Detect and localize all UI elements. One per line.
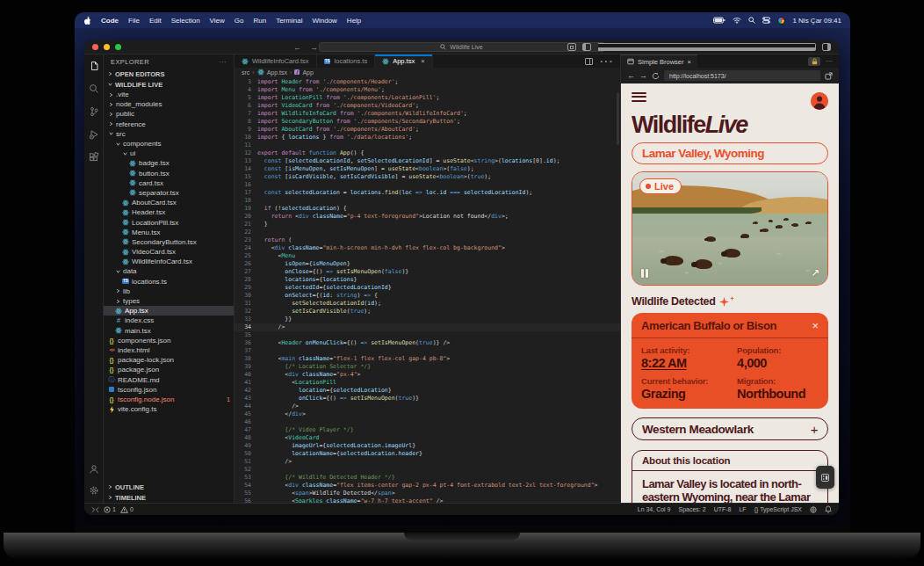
tree-item-VideoCard.tsx[interactable]: VideoCard.tsx [104,247,234,257]
avatar[interactable] [811,92,828,110]
menu-item-view[interactable]: View [210,17,225,25]
tab-App.tsx[interactable]: App.tsx× [375,54,432,68]
outline-section[interactable]: OUTLINE [104,482,234,492]
tree-item-WildlifeInfoCard.tsx[interactable]: WildlifeInfoCard.tsx [104,257,234,266]
hamburger-menu-icon[interactable] [632,92,646,104]
tree-item-locations.ts[interactable]: TSlocations.ts [104,277,234,287]
tree-item-separator.tsx[interactable]: separator.tsx [104,188,234,198]
command-center-search[interactable]: Wildlife Live [319,42,605,52]
browser-reload-icon[interactable] [652,72,660,80]
tree-item-reference[interactable]: reference [104,120,234,129]
tree-item-main.tsx[interactable]: main.tsx [104,326,234,336]
breadcrumb-item-App.tsx[interactable]: App.tsx [267,69,287,76]
open-editors-section[interactable]: OPEN EDITORS [104,69,234,79]
toggle-secondary-sidebar-icon[interactable] [822,43,831,51]
timeline-section[interactable]: TIMELINE [104,492,234,503]
tree-item-ui[interactable]: ui [104,149,234,158]
menu-item-file[interactable]: File [128,17,140,25]
tree-item-lib[interactable]: lib [104,287,234,296]
errors-indicator[interactable]: 1 [104,506,116,513]
close-browser-tab-icon[interactable]: × [688,58,691,66]
notifications-bell-icon[interactable] [825,505,832,513]
source-control-icon[interactable] [88,105,99,117]
open-external-icon[interactable] [825,72,833,80]
explorer-more-actions-icon[interactable]: ··· [219,58,227,66]
toggle-panel-icon[interactable] [597,43,816,51]
tree-item-LocationPill.tsx[interactable]: LocationPill.tsx [104,217,234,227]
browser-more-actions-icon[interactable]: ··· [826,57,833,65]
tab-locations.ts[interactable]: TSlocations.ts [317,54,376,68]
menu-item-terminal[interactable]: Terminal [276,17,302,25]
accounts-icon[interactable] [88,463,99,475]
status-lf[interactable]: LF [739,506,746,512]
tab-WildlifeInfoCard.tsx[interactable]: WildlifeInfoCard.tsx [235,54,317,68]
ports-icon[interactable] [810,506,817,513]
run-debug-icon[interactable] [88,128,99,140]
breadcrumb[interactable]: src›App.tsx›ƒApp [235,68,620,76]
menu-item-help[interactable]: Help [347,17,361,25]
browser-app-icon[interactable] [777,17,785,25]
warnings-indicator[interactable]: 0 [120,506,134,513]
floating-layout-button[interactable] [816,466,834,489]
tree-item-tsconfig.json[interactable]: tsconfig.json [104,385,234,395]
breadcrumb-item-src[interactable]: src [242,69,249,76]
tree-item-README.md[interactable]: ⓘREADME.md [104,374,234,384]
control-center-icon[interactable] [762,17,770,24]
tree-item-button.tsx[interactable]: button.tsx [104,169,234,178]
settings-gear-icon[interactable] [88,484,99,496]
spotlight-search-icon[interactable] [748,17,755,24]
tree-item-src[interactable]: src [104,129,234,139]
tree-item-components[interactable]: components [104,139,234,149]
tree-item-.vite[interactable]: .vite [104,90,234,99]
menu-item-go[interactable]: Go [235,17,244,25]
split-editor-icon[interactable] [585,58,593,65]
tree-item-Menu.tsx[interactable]: Menu.tsx [104,228,234,237]
tree-item-components.json[interactable]: {}components.json [104,336,234,345]
tree-item-vite.config.ts[interactable]: vite.config.ts [104,404,234,414]
menu-item-window[interactable]: Window [312,17,336,25]
tree-item-tsconfig.node.json[interactable]: {}tsconfig.node.json1 [104,395,234,404]
root-folder-section[interactable]: WILDLIFE LIVE [104,79,234,90]
video-card[interactable]: Live ↗ [632,171,828,286]
simple-browser-tab[interactable]: Simple Browser × [621,54,697,68]
tree-item-AboutCard.tsx[interactable]: AboutCard.tsx [104,198,234,207]
remote-indicator-icon[interactable] [91,506,99,513]
tree-item-badge.tsx[interactable]: badge.tsx [104,158,234,168]
code-editor[interactable]: 3import Header from './components/Header… [235,76,620,503]
explorer-icon[interactable] [88,60,99,71]
tree-item-index.css[interactable]: #index.css [104,316,234,325]
tree-item-Header.tsx[interactable]: Header.tsx [104,207,234,217]
location-pill-button[interactable]: Lamar Valley, Wyoming [632,142,828,164]
tree-item-types[interactable]: types [104,296,234,306]
menu-item-code[interactable]: Code [101,17,119,25]
url-bar[interactable]: http://localhost:5173/ [664,70,820,81]
tree-item-node_modules[interactable]: node_modules [104,99,234,109]
menu-item-selection[interactable]: Selection [171,17,200,25]
menu-item-run[interactable]: Run [253,17,266,25]
search-sidebar-icon[interactable] [88,83,99,94]
editor-scrollbar[interactable] [617,92,619,145]
browser-back-icon[interactable]: ← [627,71,635,80]
fullscreen-icon[interactable]: ↗ [811,267,819,279]
tree-item-SecondaryButton.tsx[interactable]: SecondaryButton.tsx [104,237,234,247]
close-window-button[interactable] [92,44,98,50]
apple-logo-icon[interactable] [83,16,91,25]
status-ln[interactable]: Ln 34, Col 9 [638,506,671,512]
add-species-button[interactable]: Western Meadowlark + [632,417,828,440]
lock-icon[interactable] [808,57,820,66]
tree-item-card.tsx[interactable]: card.tsx [104,178,234,188]
tree-item-package-lock.json[interactable]: {}package-lock.json [104,355,234,365]
history-forward-button[interactable]: → [310,43,318,52]
menu-item-edit[interactable]: Edit [149,17,162,25]
pause-button[interactable] [641,269,648,278]
status-spaces[interactable]: Spaces: 2 [678,506,705,512]
editor-more-actions-icon[interactable]: ··· [599,54,613,69]
history-back-button[interactable]: ← [293,43,301,52]
zoom-window-button[interactable] [115,44,121,50]
tree-item-App.tsx[interactable]: App.tsx [104,306,234,316]
detection-card-close-icon[interactable]: × [812,322,819,330]
tree-item-package.json[interactable]: {}package.json [104,365,234,374]
breadcrumb-item-App[interactable]: App [302,69,313,76]
close-tab-icon[interactable]: × [421,57,424,65]
browser-forward-icon[interactable]: → [639,71,647,80]
